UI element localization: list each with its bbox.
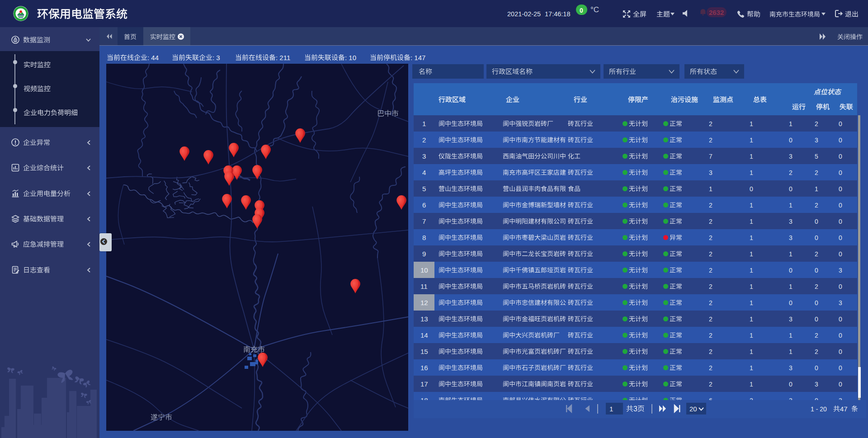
svg-text:1: 1 bbox=[750, 331, 753, 339]
svg-text:2: 2 bbox=[709, 364, 712, 371]
svg-text:2: 2 bbox=[709, 217, 712, 225]
svg-text:1: 1 bbox=[750, 217, 753, 225]
svg-text:3: 3 bbox=[839, 396, 842, 400]
svg-text:2: 2 bbox=[709, 250, 712, 257]
svg-text:16: 16 bbox=[420, 363, 428, 371]
svg-text:5: 5 bbox=[815, 152, 818, 160]
svg-text:0: 0 bbox=[839, 331, 842, 339]
svg-text:0: 0 bbox=[839, 348, 842, 355]
svg-text:0: 0 bbox=[839, 250, 842, 257]
svg-text:1: 1 bbox=[789, 348, 793, 355]
svg-text:2632: 2632 bbox=[709, 8, 724, 16]
svg-text:2: 2 bbox=[709, 120, 712, 127]
svg-text:0: 0 bbox=[815, 234, 818, 241]
svg-text:17:46:18: 17:46:18 bbox=[545, 10, 570, 18]
svg-text:1: 1 bbox=[750, 152, 753, 160]
svg-text:18: 18 bbox=[420, 396, 428, 400]
svg-text:2: 2 bbox=[709, 201, 712, 208]
svg-text:0: 0 bbox=[580, 6, 583, 14]
svg-text:3: 3 bbox=[789, 152, 793, 160]
svg-text:3: 3 bbox=[789, 315, 793, 322]
svg-text:1: 1 bbox=[815, 185, 818, 192]
svg-text:9: 9 bbox=[422, 250, 426, 257]
svg-text:8: 8 bbox=[422, 233, 426, 241]
svg-text:3: 3 bbox=[789, 217, 793, 225]
svg-text:1: 1 bbox=[750, 299, 753, 306]
svg-text:1: 1 bbox=[789, 120, 793, 127]
svg-text:2: 2 bbox=[709, 266, 712, 273]
svg-text:14: 14 bbox=[420, 331, 428, 339]
svg-text:0: 0 bbox=[815, 315, 818, 322]
svg-text:: 211: : 211 bbox=[276, 53, 290, 61]
svg-text:0: 0 bbox=[789, 185, 793, 192]
svg-text:3: 3 bbox=[709, 169, 712, 176]
svg-text:15: 15 bbox=[420, 347, 428, 355]
svg-text:0: 0 bbox=[789, 136, 793, 143]
svg-text:1: 1 bbox=[750, 266, 753, 273]
svg-text:2021-02-25: 2021-02-25 bbox=[507, 10, 541, 18]
svg-text:3: 3 bbox=[789, 364, 793, 371]
svg-text:10: 10 bbox=[420, 266, 428, 273]
svg-text:7: 7 bbox=[709, 152, 712, 160]
svg-text:0: 0 bbox=[839, 152, 842, 160]
svg-text:0: 0 bbox=[815, 266, 818, 273]
svg-text:: 3: : 3 bbox=[212, 53, 220, 61]
svg-text:3: 3 bbox=[839, 266, 842, 273]
svg-text:1: 1 bbox=[422, 119, 426, 127]
svg-text:2: 2 bbox=[709, 331, 712, 339]
svg-text:0: 0 bbox=[789, 380, 793, 387]
svg-text:1: 1 bbox=[789, 283, 793, 290]
svg-text:1: 1 bbox=[750, 250, 753, 257]
svg-text:0: 0 bbox=[815, 299, 818, 306]
svg-text:2: 2 bbox=[815, 201, 818, 208]
svg-text:0: 0 bbox=[839, 234, 842, 241]
svg-text:1: 1 bbox=[789, 250, 793, 257]
svg-text:: 147: : 147 bbox=[410, 53, 425, 61]
svg-text:2: 2 bbox=[815, 120, 818, 127]
svg-text:1: 1 bbox=[750, 120, 753, 127]
svg-text:6: 6 bbox=[422, 201, 426, 208]
svg-text:20: 20 bbox=[689, 405, 697, 412]
svg-text:0: 0 bbox=[839, 364, 842, 371]
svg-text:1: 1 bbox=[609, 405, 613, 412]
svg-text:0: 0 bbox=[750, 185, 753, 192]
svg-text:0: 0 bbox=[815, 396, 818, 400]
svg-text:: 44: : 44 bbox=[147, 53, 159, 61]
svg-text:1: 1 bbox=[750, 136, 753, 143]
svg-text:2: 2 bbox=[815, 169, 818, 176]
svg-text:1: 1 bbox=[750, 201, 753, 208]
svg-text:0: 0 bbox=[839, 380, 842, 387]
svg-text:11: 11 bbox=[420, 282, 428, 290]
svg-text:4: 4 bbox=[422, 168, 426, 176]
svg-text:1: 1 bbox=[789, 201, 793, 208]
svg-text:2: 2 bbox=[709, 283, 712, 290]
svg-text:1: 1 bbox=[750, 169, 753, 176]
svg-text:2: 2 bbox=[709, 380, 712, 387]
svg-text:: 10: : 10 bbox=[345, 53, 356, 61]
svg-text:0: 0 bbox=[815, 217, 818, 225]
svg-text:0: 0 bbox=[789, 266, 793, 273]
svg-text:0: 0 bbox=[839, 217, 842, 225]
svg-text:2: 2 bbox=[750, 396, 753, 400]
svg-text:2: 2 bbox=[815, 331, 818, 339]
svg-text:0: 0 bbox=[839, 136, 842, 143]
svg-text:1: 1 bbox=[750, 380, 753, 387]
svg-text:1: 1 bbox=[750, 315, 753, 322]
svg-text:5: 5 bbox=[422, 184, 426, 192]
svg-text:2: 2 bbox=[709, 234, 712, 241]
svg-text:2: 2 bbox=[709, 315, 712, 322]
svg-text:2: 2 bbox=[422, 136, 426, 143]
svg-text:1: 1 bbox=[750, 234, 753, 241]
svg-text:2: 2 bbox=[789, 169, 793, 176]
svg-text:2: 2 bbox=[709, 299, 712, 306]
svg-text:0: 0 bbox=[839, 120, 842, 127]
svg-text:13: 13 bbox=[420, 315, 428, 322]
svg-text:2: 2 bbox=[815, 250, 818, 257]
svg-text:2: 2 bbox=[709, 136, 712, 143]
svg-text:1: 1 bbox=[789, 331, 793, 339]
svg-text:3: 3 bbox=[789, 396, 793, 400]
svg-text:3: 3 bbox=[815, 380, 818, 387]
svg-text:2: 2 bbox=[815, 348, 818, 355]
svg-text:0: 0 bbox=[839, 201, 842, 208]
svg-text:12: 12 bbox=[420, 298, 428, 306]
